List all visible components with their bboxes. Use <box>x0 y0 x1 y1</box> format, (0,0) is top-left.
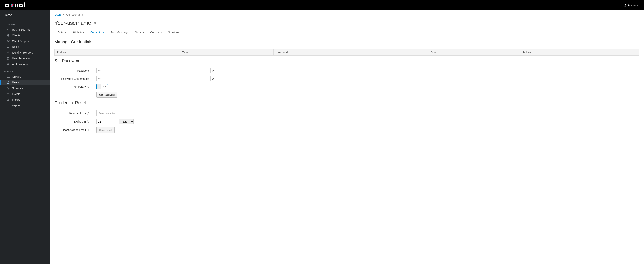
brand-logo <box>3 2 32 9</box>
set-password-button[interactable]: Set Password <box>96 92 118 98</box>
sidebar-item-authentication[interactable]: Authentication <box>0 61 50 67</box>
password-confirmation-label: Password Confirmation <box>61 77 89 80</box>
realm-selector[interactable]: Demo <box>0 10 50 20</box>
table-header: Type <box>180 49 274 56</box>
tab-attributes[interactable]: Attributes <box>69 29 87 36</box>
svg-text:?: ? <box>87 129 88 131</box>
svg-text:?: ? <box>87 86 88 88</box>
tab-consents[interactable]: Consents <box>147 29 165 36</box>
help-icon[interactable]: ? <box>86 120 89 123</box>
cube-icon <box>7 34 10 37</box>
svg-rect-15 <box>7 93 10 95</box>
svg-point-4 <box>8 29 9 29</box>
realm-name: Demo <box>4 14 12 17</box>
lock-icon <box>7 63 10 66</box>
svg-point-12 <box>8 76 9 77</box>
expires-in-label: Expires In <box>74 120 86 123</box>
send-email-button[interactable]: Send email <box>96 127 114 133</box>
reset-actions-select[interactable]: Select an action... <box>96 110 215 116</box>
svg-rect-7 <box>7 47 10 47</box>
svg-point-3 <box>7 29 8 30</box>
svg-point-16 <box>212 71 213 71</box>
sidebar-item-user-federation[interactable]: User Federation <box>0 56 50 61</box>
tab-credentials[interactable]: Credentials <box>87 29 107 36</box>
chevron-right-icon: › <box>63 13 64 16</box>
sidebar-section-configure: Configure <box>0 20 50 27</box>
table-header: Data <box>428 49 520 56</box>
sidebar-item-groups[interactable]: Groups <box>0 74 50 80</box>
temporary-toggle[interactable]: OFF <box>96 84 108 89</box>
sidebar-item-label: Identity Providers <box>12 51 33 54</box>
sidebar-item-export[interactable]: Export <box>0 103 50 108</box>
sidebar-item-import[interactable]: Import <box>0 97 50 103</box>
eye-icon[interactable] <box>210 76 215 82</box>
breadcrumb: Users › your-username <box>54 13 640 16</box>
export-icon <box>7 104 10 107</box>
topbar: Admin <box>0 0 644 10</box>
breadcrumb-root[interactable]: Users <box>54 13 62 16</box>
database-icon <box>7 57 10 60</box>
eye-icon[interactable] <box>210 68 215 73</box>
credentials-table: PositionTypeUser LabelDataActions <box>54 49 640 56</box>
trash-icon[interactable] <box>94 21 97 25</box>
user-label: Admin <box>628 4 636 7</box>
reset-actions-email-label: Reset Actions Email <box>62 128 86 131</box>
sidebar-item-sessions[interactable]: Sessions <box>0 85 50 91</box>
sidebar-item-users[interactable]: Users <box>0 80 50 85</box>
tab-sessions[interactable]: Sessions <box>165 29 182 36</box>
sidebar-item-label: Realm Settings <box>12 28 30 31</box>
sidebar-item-identity-providers[interactable]: Identity Providers <box>0 50 50 56</box>
import-icon <box>7 98 10 101</box>
svg-rect-8 <box>7 48 10 48</box>
svg-rect-6 <box>7 46 10 47</box>
help-icon[interactable]: ? <box>86 129 89 131</box>
sidebar-item-roles[interactable]: Roles <box>0 44 50 50</box>
user-menu[interactable]: Admin <box>619 0 641 10</box>
tab-role-mappings[interactable]: Role Mappings <box>107 29 132 36</box>
password-input[interactable] <box>96 68 210 73</box>
stack-icon <box>7 40 10 43</box>
sidebar-item-label: Client Scopes <box>12 40 28 43</box>
sidebar: Demo Configure Realm SettingsClientsClie… <box>0 10 50 264</box>
svg-text:?: ? <box>87 121 88 123</box>
sidebar-item-clients[interactable]: Clients <box>0 33 50 38</box>
sidebar-item-label: User Federation <box>12 57 31 60</box>
clock-icon <box>7 87 10 90</box>
reset-actions-label: Reset Actions <box>69 112 86 115</box>
group-icon <box>7 75 10 78</box>
help-icon[interactable]: ? <box>86 86 89 88</box>
sidebar-item-label: Events <box>12 92 20 96</box>
sidebar-item-label: Sessions <box>12 87 23 90</box>
password-confirmation-input[interactable] <box>96 76 210 82</box>
sidebar-item-label: Authentication <box>12 63 29 66</box>
password-label: Password <box>77 69 89 72</box>
sidebar-section-manage: Manage <box>0 67 50 74</box>
expires-value-input[interactable] <box>96 119 118 124</box>
list-icon <box>7 45 10 48</box>
expires-unit-select[interactable]: MinutesHoursDays <box>119 119 134 124</box>
exchange-icon <box>7 51 10 54</box>
sidebar-item-realm-settings[interactable]: Realm Settings <box>0 27 50 33</box>
svg-point-5 <box>9 30 10 30</box>
user-icon <box>624 4 627 7</box>
sidebar-item-label: Import <box>12 98 20 101</box>
svg-point-17 <box>212 79 213 79</box>
sidebar-item-client-scopes[interactable]: Client Scopes <box>0 38 50 44</box>
table-header: Actions <box>520 49 639 56</box>
temporary-label: Temporary <box>73 85 86 88</box>
page-title: Your-username <box>54 20 91 26</box>
tab-groups[interactable]: Groups <box>132 29 147 36</box>
tab-details[interactable]: Details <box>54 29 69 36</box>
sliders-icon <box>7 28 10 31</box>
user-icon <box>7 81 10 84</box>
svg-rect-2 <box>24 3 25 7</box>
help-icon[interactable]: ? <box>86 112 89 115</box>
sidebar-item-events[interactable]: Events <box>0 91 50 97</box>
sidebar-item-label: Clients <box>12 34 20 37</box>
toggle-label: OFF <box>101 86 108 88</box>
svg-point-11 <box>8 76 8 77</box>
sidebar-item-label: Users <box>12 81 19 84</box>
breadcrumb-current: your-username <box>66 13 84 16</box>
svg-point-13 <box>8 82 9 82</box>
sidebar-item-label: Groups <box>12 75 21 78</box>
